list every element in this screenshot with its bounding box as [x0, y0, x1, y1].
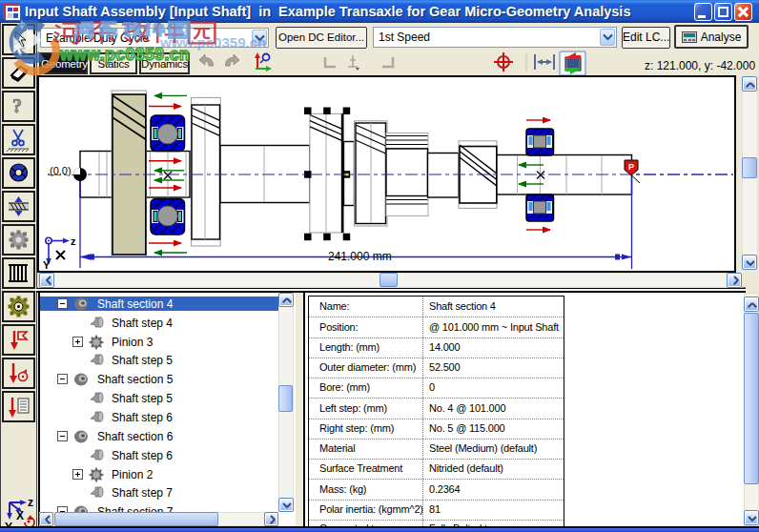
- svg-text:Y: Y: [43, 259, 51, 271]
- svg-text:?: ?: [12, 95, 22, 116]
- svg-text:(0,0): (0,0): [50, 165, 72, 176]
- svg-text:P: P: [628, 162, 634, 172]
- svg-text:z: z: [28, 496, 33, 509]
- svg-text:241.000 mm: 241.000 mm: [328, 250, 392, 263]
- svg-text:z: z: [71, 235, 76, 247]
- svg-text:X: X: [16, 509, 24, 522]
